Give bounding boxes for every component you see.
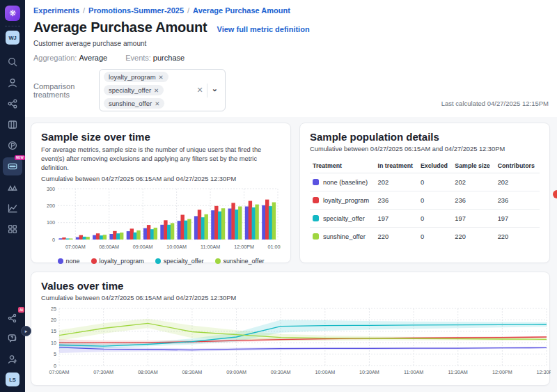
events-label: Events: bbox=[125, 54, 151, 62]
breadcrumb-experiment-name[interactable]: Promotions-Summer-2025 bbox=[88, 6, 184, 15]
population-card: Sample population details Cumulative bet… bbox=[299, 123, 550, 263]
treatment-swatch bbox=[313, 197, 319, 203]
svg-text:10:30AM: 10:30AM bbox=[359, 369, 379, 375]
breadcrumb-separator: / bbox=[83, 6, 85, 15]
svg-text:09:00AM: 09:00AM bbox=[226, 369, 246, 375]
help-chat-icon[interactable] bbox=[3, 329, 22, 347]
svg-text:11:00AM: 11:00AM bbox=[404, 369, 423, 375]
col-in-treatment[interactable]: In treatment bbox=[375, 159, 418, 173]
experiments-columns-icon[interactable] bbox=[3, 116, 22, 134]
col-treatment[interactable]: Treatment bbox=[310, 159, 375, 173]
svg-text:10:00AM: 10:00AM bbox=[166, 244, 187, 250]
sidebar-divider bbox=[5, 26, 20, 26]
col-sample-size[interactable]: Sample size bbox=[452, 159, 494, 173]
content-area: Sample size over time For average metric… bbox=[25, 117, 557, 392]
svg-text:10:00AM: 10:00AM bbox=[315, 369, 335, 375]
table-row: loyalty_program 236 0 236 236 bbox=[310, 191, 540, 210]
analytics-chart-icon[interactable] bbox=[3, 199, 22, 217]
sample-size-card: Sample size over time For average metric… bbox=[31, 123, 291, 263]
legend-item[interactable]: none bbox=[58, 258, 80, 265]
treatment-swatch bbox=[313, 215, 319, 221]
statsig-logo-icon[interactable]: ❋ bbox=[5, 6, 20, 21]
svg-text:5: 5 bbox=[54, 351, 56, 357]
remove-chip-icon[interactable]: ✕ bbox=[155, 100, 159, 107]
col-excluded[interactable]: Excluded bbox=[418, 159, 452, 173]
invite-user-icon[interactable] bbox=[3, 350, 22, 368]
remove-chip-icon[interactable]: ✕ bbox=[154, 87, 159, 94]
workspace-avatar[interactable]: WJ bbox=[6, 31, 19, 45]
treatment-swatch bbox=[313, 179, 319, 185]
svg-text:08:00AM: 08:00AM bbox=[99, 244, 119, 250]
chart-legend: noneloyalty_programspecialty_offersunshi… bbox=[41, 258, 281, 265]
view-metric-definition-link[interactable]: View full metric definition bbox=[217, 25, 310, 33]
feature-gates-icon[interactable] bbox=[3, 95, 22, 113]
legend-dot bbox=[215, 258, 221, 264]
svg-text:07:00AM: 07:00AM bbox=[65, 244, 86, 250]
pulse-icon[interactable] bbox=[3, 136, 22, 155]
legend-item[interactable]: loyalty_program bbox=[91, 258, 144, 265]
svg-text:07:30AM: 07:30AM bbox=[93, 369, 113, 375]
aggregation-label: Aggregation: bbox=[33, 54, 77, 62]
svg-text:08:30AM: 08:30AM bbox=[182, 369, 203, 375]
comparison-treatments-label: Comparison treatments bbox=[33, 82, 93, 99]
table-row: none (baseline) 202 0 202 202 bbox=[310, 173, 540, 191]
sample-size-title: Sample size over time bbox=[41, 131, 281, 143]
svg-text:300: 300 bbox=[47, 186, 55, 192]
search-icon[interactable] bbox=[3, 53, 22, 71]
user-avatar[interactable]: LS bbox=[6, 373, 19, 386]
svg-text:12:00PM: 12:00PM bbox=[492, 369, 512, 375]
svg-text:09:30AM: 09:30AM bbox=[271, 369, 291, 375]
feedback-handle[interactable] bbox=[553, 190, 557, 198]
breadcrumb: Experiments / Promotions-Summer-2025 / A… bbox=[33, 6, 547, 15]
svg-text:25: 25 bbox=[51, 306, 56, 312]
last-calculated-text: Last calculated 04/27/2025 12:15PM bbox=[441, 100, 549, 107]
svg-text:15: 15 bbox=[51, 328, 56, 334]
svg-text:11:00AM: 11:00AM bbox=[201, 244, 220, 250]
svg-text:100: 100 bbox=[47, 219, 55, 226]
users-icon[interactable] bbox=[3, 74, 22, 92]
treatment-chip[interactable]: sunshine_offer✕ bbox=[104, 98, 164, 109]
col-contributors[interactable]: Contributors bbox=[495, 159, 540, 173]
legend-dot bbox=[155, 258, 161, 264]
breadcrumb-experiments[interactable]: Experiments bbox=[33, 6, 79, 15]
breadcrumb-metric-name[interactable]: Average Purchase Amount bbox=[193, 6, 290, 15]
values-over-time-card: Values over time Cumulative between 04/2… bbox=[31, 272, 550, 386]
svg-text:11:30AM: 11:30AM bbox=[448, 369, 468, 375]
svg-text:200: 200 bbox=[47, 203, 55, 209]
population-title: Sample population details bbox=[310, 131, 540, 143]
metrics-catalog-icon[interactable] bbox=[3, 178, 22, 196]
page-title: Average Purchase Amount bbox=[33, 19, 207, 36]
table-row: specialty_offer 197 0 197 197 bbox=[310, 210, 540, 228]
values-line-chart[interactable]: 051015202507:00AM07:30AM08:00AM08:30AM09… bbox=[41, 306, 551, 378]
values-cumulative: Cumulative between 04/27/2025 06:15AM an… bbox=[41, 295, 540, 301]
treatment-chip[interactable]: specialty_offer✕ bbox=[104, 85, 164, 95]
treatment-swatch bbox=[313, 233, 319, 240]
svg-text:07:00AM: 07:00AM bbox=[49, 369, 70, 375]
dashboards-grid-icon[interactable] bbox=[3, 220, 22, 238]
page-header: Experiments / Promotions-Summer-2025 / A… bbox=[25, 0, 557, 117]
clear-all-icon[interactable]: ✕ bbox=[194, 86, 207, 95]
svg-text:0: 0 bbox=[54, 363, 56, 369]
sample-size-cumulative: Cumulative between 04/27/2025 06:15AM an… bbox=[41, 175, 281, 182]
ai-badge: AI bbox=[18, 307, 24, 313]
legend-item[interactable]: specialty_offer bbox=[155, 258, 204, 265]
svg-text:20: 20 bbox=[51, 317, 56, 323]
remove-chip-icon[interactable]: ✕ bbox=[159, 74, 164, 81]
svg-text:12:00PM: 12:00PM bbox=[234, 244, 254, 250]
population-table: Treatment In treatment Excluded Sample s… bbox=[310, 159, 540, 245]
values-title: Values over time bbox=[41, 280, 540, 292]
new-badge: NEW bbox=[15, 155, 25, 160]
table-row: sunshine_offer 220 0 220 220 bbox=[310, 228, 540, 246]
svg-text:08:00AM: 08:00AM bbox=[138, 369, 158, 375]
sidebar-collapse-handle[interactable]: ▸ bbox=[21, 326, 31, 336]
svg-text:09:00AM: 09:00AM bbox=[133, 244, 153, 250]
treatment-chip[interactable]: loyalty_program✕ bbox=[104, 72, 168, 82]
ai-assist-icon[interactable]: AI bbox=[3, 308, 22, 327]
comparison-treatments-select[interactable]: loyalty_program✕ specialty_offer✕ sunshi… bbox=[99, 69, 226, 111]
sample-size-bar-chart[interactable]: 010020030007:00AM08:00AM09:00AM10:00AM11… bbox=[41, 185, 281, 253]
svg-text:12:30PM: 12:30PM bbox=[537, 369, 551, 375]
metric-drilldown-icon-selected[interactable]: NEW bbox=[3, 157, 22, 175]
chevron-down-icon[interactable]: ⌄ bbox=[207, 84, 221, 96]
legend-item[interactable]: sunshine_offer bbox=[215, 258, 265, 265]
svg-text:10: 10 bbox=[51, 340, 56, 346]
